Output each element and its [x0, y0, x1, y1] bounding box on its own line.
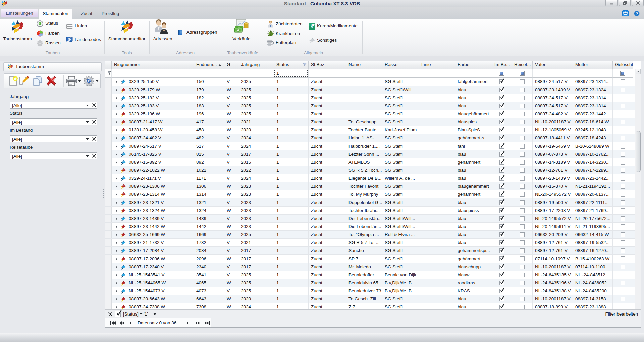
svg-text:?: ?	[636, 12, 638, 16]
